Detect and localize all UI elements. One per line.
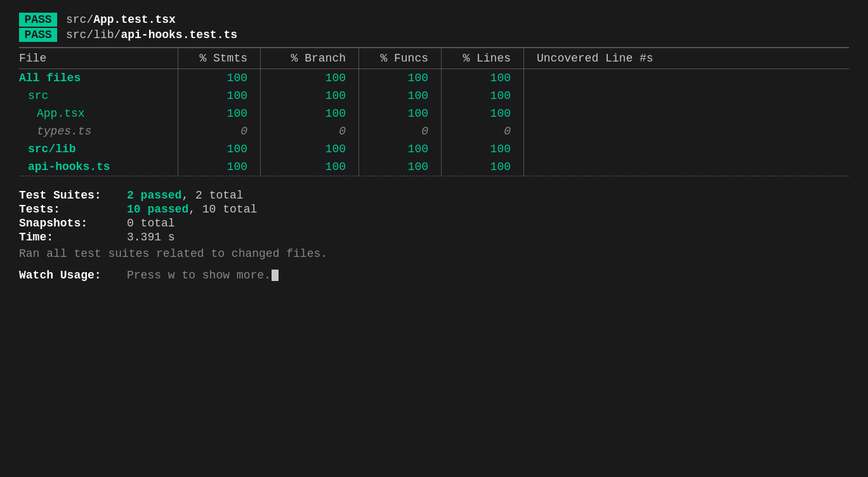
table-row: App.tsx 100 100 100 100 [19, 105, 849, 122]
col-header-branch: % Branch [260, 48, 358, 69]
pass-badge-1: PASS [19, 13, 57, 27]
cell-lines: 0 [441, 122, 523, 140]
cell-stmts: 100 [178, 87, 260, 105]
suites-label: Test Suites: [19, 189, 127, 202]
stats-row-time: Time: 3.391 s [19, 231, 849, 244]
tests-label: Tests: [19, 203, 127, 216]
pass-row-1: PASS src/App.test.tsx [19, 13, 849, 27]
snapshots-value: 0 total [127, 217, 175, 230]
filename-1: src/App.test.tsx [66, 13, 176, 26]
cell-branch: 100 [260, 158, 358, 176]
cell-funcs: 0 [358, 122, 441, 140]
watch-value: Press w to show more. [127, 269, 279, 282]
cell-funcs: 100 [358, 158, 441, 176]
coverage-table: File % Stmts % Branch % Funcs % Lines Un… [19, 47, 849, 176]
coverage-table-wrapper: File % Stmts % Branch % Funcs % Lines Un… [19, 47, 849, 176]
cell-funcs: 100 [358, 105, 441, 122]
cell-stmts: 100 [178, 69, 260, 87]
suites-value: 2 passed, 2 total [127, 189, 244, 202]
cell-uncov [523, 69, 849, 87]
cursor [272, 270, 279, 281]
watch-row: Watch Usage: Press w to show more. [19, 269, 849, 282]
cell-branch: 100 [260, 140, 358, 158]
cell-funcs: 100 [358, 140, 441, 158]
ran-message: Ran all test suites related to changed f… [19, 247, 849, 260]
cell-stmts: 100 [178, 140, 260, 158]
col-header-uncov: Uncovered Line #s [523, 48, 849, 69]
cell-funcs: 100 [358, 69, 441, 87]
cell-lines: 100 [441, 158, 523, 176]
cell-file: App.tsx [19, 105, 178, 122]
cell-branch: 100 [260, 105, 358, 122]
cell-uncov [523, 158, 849, 176]
col-header-stmts: % Stmts [178, 48, 260, 69]
pass-badge-2: PASS [19, 28, 57, 42]
cell-file: src [19, 87, 178, 105]
tests-value: 10 passed, 10 total [127, 203, 257, 216]
cell-funcs: 100 [358, 87, 441, 105]
time-value: 3.391 s [127, 231, 175, 244]
cell-lines: 100 [441, 105, 523, 122]
cell-branch: 100 [260, 69, 358, 87]
stats-row-suites: Test Suites: 2 passed, 2 total [19, 189, 849, 202]
stats-row-snapshots: Snapshots: 0 total [19, 217, 849, 230]
time-label: Time: [19, 231, 127, 244]
cell-file: src/lib [19, 140, 178, 158]
cell-file: api-hooks.ts [19, 158, 178, 176]
stats-row-tests: Tests: 10 passed, 10 total [19, 203, 849, 216]
cell-lines: 100 [441, 87, 523, 105]
table-row: src 100 100 100 100 [19, 87, 849, 105]
col-header-file: File [19, 48, 178, 69]
filename-2: src/lib/api-hooks.test.ts [66, 29, 237, 41]
col-header-funcs: % Funcs [358, 48, 441, 69]
pass-row-2: PASS src/lib/api-hooks.test.ts [19, 28, 849, 42]
cell-stmts: 0 [178, 122, 260, 140]
cell-stmts: 100 [178, 158, 260, 176]
cell-stmts: 100 [178, 105, 260, 122]
cell-file: types.ts [19, 122, 178, 140]
cell-uncov [523, 140, 849, 158]
table-header-row: File % Stmts % Branch % Funcs % Lines Un… [19, 48, 849, 69]
cell-uncov [523, 105, 849, 122]
cell-uncov [523, 122, 849, 140]
cell-lines: 100 [441, 69, 523, 87]
tests-passed: 10 passed [127, 203, 188, 216]
table-body: All files 100 100 100 100 src 100 100 10… [19, 69, 849, 176]
col-header-lines: % Lines [441, 48, 523, 69]
cell-lines: 100 [441, 140, 523, 158]
table-row: src/lib 100 100 100 100 [19, 140, 849, 158]
snapshots-label: Snapshots: [19, 217, 127, 230]
cell-branch: 0 [260, 122, 358, 140]
table-row: api-hooks.ts 100 100 100 100 [19, 158, 849, 176]
stats-section: Test Suites: 2 passed, 2 total Tests: 10… [19, 189, 849, 260]
suites-passed: 2 passed [127, 189, 181, 202]
cell-uncov [523, 87, 849, 105]
cell-file: All files [19, 69, 178, 87]
watch-label: Watch Usage: [19, 269, 127, 282]
cell-branch: 100 [260, 87, 358, 105]
table-row: All files 100 100 100 100 [19, 69, 849, 87]
table-row: types.ts 0 0 0 0 [19, 122, 849, 140]
